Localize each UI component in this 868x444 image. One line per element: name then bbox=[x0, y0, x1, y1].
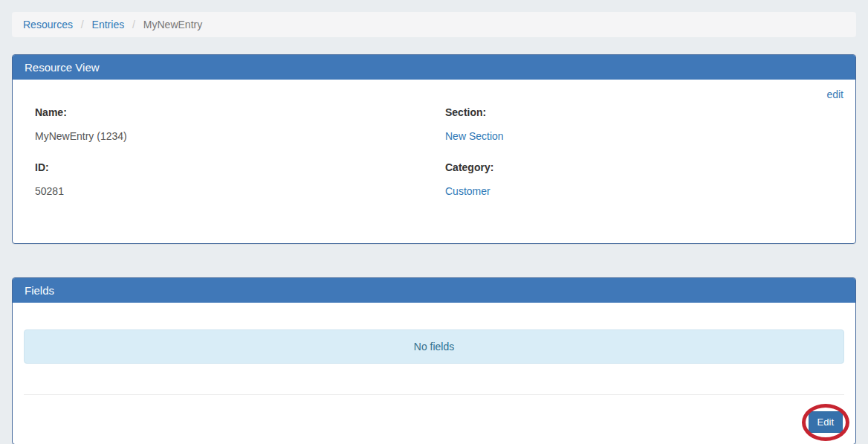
breadcrumb-separator: / bbox=[76, 19, 89, 30]
resource-left-column: Name: MyNewEntry (1234) ID: 50281 bbox=[24, 106, 434, 216]
section-value-link[interactable]: New Section bbox=[445, 130, 833, 142]
name-label: Name: bbox=[35, 106, 423, 118]
fields-panel-title: Fields bbox=[25, 284, 54, 297]
fields-button-row: Edit bbox=[24, 411, 844, 433]
resource-edit-row: edit bbox=[24, 87, 844, 102]
name-field: Name: MyNewEntry (1234) bbox=[35, 106, 423, 142]
category-field: Category: Customer bbox=[445, 161, 833, 197]
edit-button-wrap: Edit bbox=[809, 411, 843, 433]
breadcrumb: Resources / Entries / MyNewEntry bbox=[12, 12, 856, 37]
category-value-link[interactable]: Customer bbox=[445, 185, 833, 197]
breadcrumb-separator: / bbox=[127, 19, 140, 30]
resource-right-column: Section: New Section Category: Customer bbox=[434, 106, 844, 216]
resource-edit-link[interactable]: edit bbox=[826, 89, 843, 100]
no-fields-alert: No fields bbox=[24, 329, 844, 364]
section-label: Section: bbox=[445, 106, 833, 118]
fields-panel: Fields No fields Edit bbox=[12, 277, 856, 444]
fields-panel-header: Fields bbox=[13, 278, 855, 303]
id-value: 50281 bbox=[35, 185, 423, 197]
fields-edit-button[interactable]: Edit bbox=[809, 411, 843, 433]
no-fields-message: No fields bbox=[414, 341, 454, 353]
name-value: MyNewEntry (1234) bbox=[35, 130, 423, 142]
divider bbox=[24, 394, 844, 395]
resource-columns: Name: MyNewEntry (1234) ID: 50281 Sectio… bbox=[24, 106, 844, 216]
id-field: ID: 50281 bbox=[35, 161, 423, 197]
breadcrumb-item: Entries bbox=[92, 19, 125, 30]
breadcrumb-current: MyNewEntry bbox=[143, 19, 202, 30]
resource-view-panel-body: edit Name: MyNewEntry (1234) ID: 50281 S… bbox=[13, 80, 855, 243]
section-field: Section: New Section bbox=[445, 106, 833, 142]
resource-view-panel-title: Resource View bbox=[25, 61, 100, 74]
resource-view-panel: Resource View edit Name: MyNewEntry (123… bbox=[12, 54, 856, 244]
breadcrumb-item: Resources bbox=[23, 19, 73, 30]
breadcrumb-link-entries[interactable]: Entries bbox=[92, 19, 125, 30]
fields-panel-body: No fields Edit bbox=[13, 303, 855, 444]
page: Resources / Entries / MyNewEntry Resourc… bbox=[0, 0, 868, 444]
breadcrumb-link-resources[interactable]: Resources bbox=[23, 19, 73, 30]
id-label: ID: bbox=[35, 161, 423, 173]
category-label: Category: bbox=[445, 161, 833, 173]
resource-view-panel-header: Resource View bbox=[13, 55, 855, 80]
